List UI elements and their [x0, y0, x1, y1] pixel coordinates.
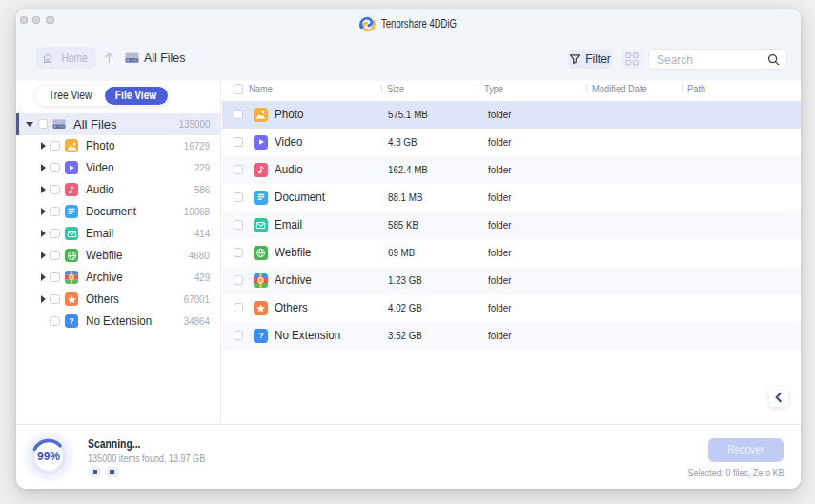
- svg-text:?: ?: [69, 316, 73, 326]
- svg-text:?: ?: [258, 331, 263, 340]
